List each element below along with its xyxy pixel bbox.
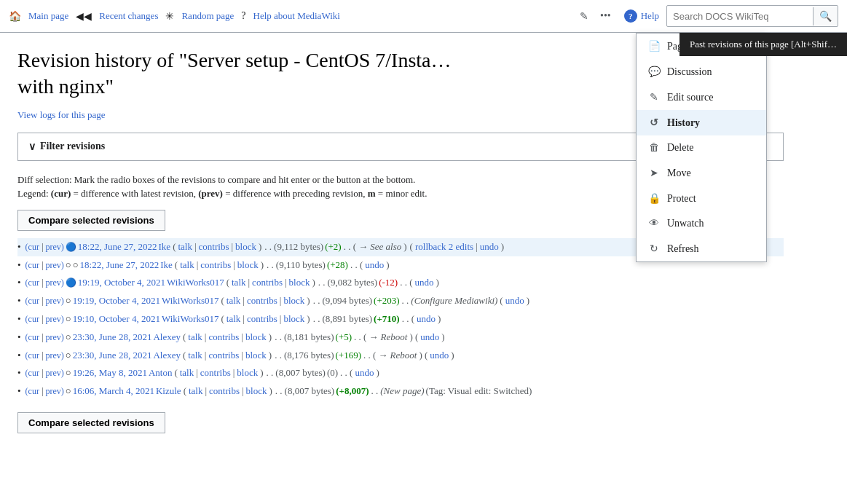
block-link-5[interactable]: block — [283, 312, 304, 327]
rev-prev-link-2[interactable]: prev) — [46, 259, 64, 272]
radio-btn-2a[interactable]: ○ — [66, 258, 71, 273]
talk-link-6[interactable]: talk — [188, 330, 202, 345]
timestamp-8[interactable]: 19:26, May 8, 2021 — [73, 366, 147, 381]
contribs-link-4[interactable]: contribs — [247, 294, 277, 309]
undo-link-7[interactable]: undo — [430, 348, 449, 363]
rev-cur-link-7[interactable]: (cur — [25, 349, 39, 363]
radio-btn-5[interactable]: ○ — [66, 312, 71, 327]
radio-btn-8[interactable]: ○ — [66, 366, 71, 381]
contribs-link-5[interactable]: contribs — [247, 312, 277, 327]
compare-button-top[interactable]: Compare selected revisions — [17, 210, 165, 231]
user-kizule[interactable]: Kizule — [156, 384, 181, 399]
menu-item-refresh[interactable]: ↻ Refresh — [637, 236, 766, 261]
undo-link-4[interactable]: undo — [505, 294, 524, 309]
rev-prev-link-6[interactable]: prev) — [46, 331, 64, 344]
rev-cur-link-6[interactable]: (cur — [25, 331, 39, 344]
undo-link-6[interactable]: undo — [420, 330, 439, 345]
block-link-6[interactable]: block — [245, 330, 267, 345]
menu-item-edit-source[interactable]: ✎ Edit source — [637, 84, 766, 110]
talk-link-5[interactable]: talk — [226, 312, 241, 327]
rev-prev-link-9[interactable]: prev) — [46, 385, 64, 398]
contribs-link-3[interactable]: contribs — [252, 275, 283, 291]
rev-cur-link-3[interactable]: (cur — [25, 276, 39, 290]
talk-link-2[interactable]: talk — [180, 258, 194, 273]
talk-link-9[interactable]: talk — [189, 384, 203, 399]
contribs-link-9[interactable]: contribs — [209, 384, 240, 399]
user-ww-3[interactable]: WikiWorks017 — [162, 312, 219, 327]
undo-link-1[interactable]: undo — [480, 240, 499, 255]
timestamp-7[interactable]: 23:30, June 28, 2021 — [73, 348, 152, 363]
timestamp-4[interactable]: 19:19, October 4, 2021 — [73, 294, 160, 309]
block-link-8[interactable]: block — [237, 366, 258, 381]
help-button[interactable]: ? Help — [617, 5, 666, 27]
rev-cur-link-4[interactable]: (cur — [25, 294, 39, 308]
undo-link-8[interactable]: undo — [355, 366, 374, 381]
search-button[interactable]: 🔍 — [813, 7, 838, 25]
menu-item-unwatch[interactable]: 👁 Unwatch — [637, 211, 766, 236]
radio-btn-3[interactable]: 🔵 — [66, 276, 76, 290]
rev-prev-link[interactable]: prev) — [46, 240, 64, 254]
block-link-2[interactable]: block — [237, 258, 259, 273]
user-ike-1[interactable]: Ike — [159, 240, 171, 255]
rev-prev-link-7[interactable]: prev) — [46, 349, 64, 363]
menu-item-history[interactable]: ↺ History — [637, 110, 766, 135]
rev-prev-link-5[interactable]: prev) — [46, 312, 64, 326]
user-ike-2[interactable]: Ike — [160, 258, 173, 273]
menu-item-move[interactable]: ➤ Move — [637, 160, 766, 186]
main-page-link[interactable]: Main page — [21, 6, 76, 26]
radio-btn-1[interactable]: 🔵 — [66, 240, 76, 254]
contribs-link-6[interactable]: contribs — [208, 330, 239, 345]
block-link-4[interactable]: block — [283, 294, 304, 309]
user-alexey-1[interactable]: Alexey — [153, 330, 181, 345]
rev-cur-link-8[interactable]: (cur — [25, 366, 39, 380]
more-icon-btn[interactable]: ••• — [594, 6, 617, 26]
search-input[interactable] — [667, 8, 813, 25]
timestamp-6[interactable]: 23:30, June 28, 2021 — [73, 330, 152, 345]
block-link-3[interactable]: block — [289, 275, 310, 291]
timestamp-3[interactable]: 19:19, October 4, 2021 — [78, 275, 165, 291]
menu-item-protect[interactable]: 🔒 Protect — [637, 186, 766, 211]
block-link-7[interactable]: block — [245, 348, 267, 363]
radio-btn-4[interactable]: ○ — [66, 294, 71, 309]
contribs-link-7[interactable]: contribs — [208, 348, 239, 363]
compare-button-bottom[interactable]: Compare selected revisions — [17, 412, 165, 433]
menu-item-discussion[interactable]: 💬 Discussion — [637, 59, 766, 84]
radio-btn-6[interactable]: ○ — [66, 330, 71, 345]
rev-prev-link-8[interactable]: prev) — [46, 366, 64, 380]
contribs-link-1[interactable]: contribs — [199, 240, 229, 255]
talk-link-3[interactable]: talk — [232, 275, 246, 291]
talk-link-4[interactable]: talk — [226, 294, 241, 309]
menu-item-delete[interactable]: 🗑 Delete — [637, 135, 766, 160]
contribs-link-2[interactable]: contribs — [200, 258, 231, 273]
timestamp-1[interactable]: 18:22, June 27, 2022 — [78, 240, 157, 255]
undo-link-3[interactable]: undo — [415, 275, 434, 291]
radio-btn-7[interactable]: ○ — [66, 348, 71, 363]
talk-link-7[interactable]: talk — [188, 348, 202, 363]
edit-icon-btn[interactable]: ✎ — [574, 6, 594, 27]
rev-prev-link-4[interactable]: prev) — [46, 294, 64, 308]
help-link[interactable]: Help about MediaWiki — [246, 6, 347, 26]
rev-prev-link-3[interactable]: prev) — [46, 276, 64, 290]
user-ww-1[interactable]: WikiWorks017 — [167, 275, 224, 291]
radio-btn-9[interactable]: ○ — [66, 384, 71, 399]
user-alexey-2[interactable]: Alexey — [153, 348, 181, 363]
talk-link-8[interactable]: talk — [180, 366, 194, 381]
rev-cur-link-9[interactable]: (cur — [25, 385, 39, 398]
recent-changes-link[interactable]: Recent changes — [92, 6, 165, 26]
talk-link-1[interactable]: talk — [178, 240, 192, 255]
block-link-1[interactable]: block — [235, 240, 256, 255]
view-logs-link[interactable]: View logs for this page — [17, 109, 106, 121]
rev-cur-link-5[interactable]: (cur — [25, 312, 39, 326]
rollback-link-1[interactable]: rollback 2 edits — [415, 240, 473, 255]
timestamp-9[interactable]: 16:06, March 4, 2021 — [73, 384, 154, 399]
undo-link-5[interactable]: undo — [417, 312, 436, 327]
user-anton[interactable]: Anton — [149, 366, 173, 381]
undo-link-2[interactable]: undo — [365, 258, 384, 273]
timestamp-2[interactable]: 18:22, June 27, 2022 — [80, 258, 159, 273]
timestamp-5[interactable]: 19:10, October 4, 2021 — [73, 312, 160, 327]
radio-btn-2b[interactable]: ○ — [73, 258, 79, 273]
rev-cur-link-2[interactable]: (cur — [25, 259, 39, 272]
rev-cur-link[interactable]: (cur — [25, 240, 39, 254]
user-ww-2[interactable]: WikiWorks017 — [162, 294, 219, 309]
block-link-9[interactable]: block — [246, 384, 267, 399]
